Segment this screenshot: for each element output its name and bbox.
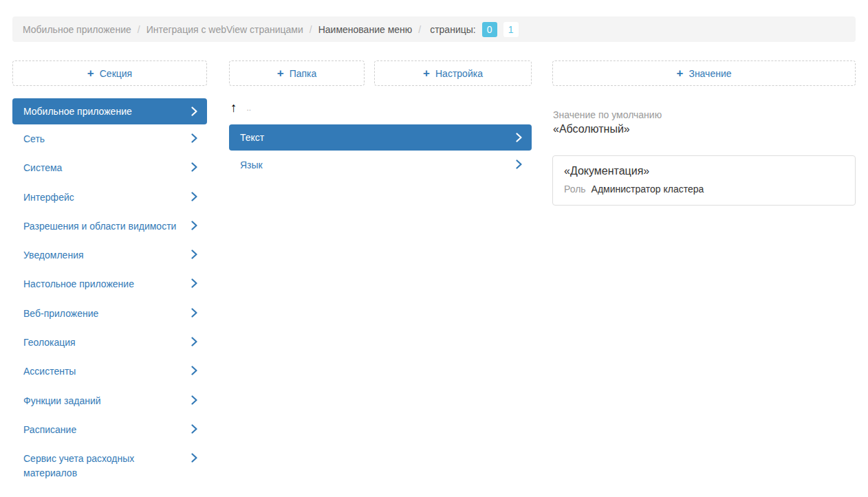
chevron-right-icon [191,162,197,172]
chevron-right-icon [191,366,197,375]
section-item-label: Интерфейс [23,190,74,204]
section-item-label: Геолокация [23,335,76,349]
breadcrumb-link-webview-integration[interactable]: Интеграция с webView страницами [147,24,303,35]
folder-item-label: Язык [240,158,263,172]
chevron-right-icon [191,133,197,143]
add-value-label: Значение [688,68,731,79]
chevron-right-icon [516,133,522,142]
breadcrumb-separator: / [138,24,140,35]
value-card-role-row: Роль Администратор кластера [564,184,844,195]
section-item-notifications[interactable]: Уведомления [12,241,207,269]
chevron-right-icon [191,337,197,346]
section-item-label: Разрешения и области видимости [23,219,176,233]
section-item-consumables-service[interactable]: Сервис учета расходных материалов [12,444,207,487]
section-item-web-app[interactable]: Веб-приложение [12,299,207,328]
section-item-task-functions[interactable]: Функции заданий [12,386,207,415]
add-value-button[interactable]: + Значение [552,60,856,86]
add-folder-label: Папка [290,68,317,79]
page-badge-1[interactable]: 1 [503,22,519,37]
plus-icon: + [423,67,430,79]
chevron-right-icon [191,221,197,230]
role-label: Роль [564,184,586,195]
add-setting-label: Настройка [435,68,483,79]
plus-icon: + [676,67,683,79]
section-item-label: Настольное приложение [23,277,134,291]
section-item-label: Сервис учета расходных материалов [23,452,186,480]
chevron-right-icon [191,192,197,201]
folders-column: + Папка + Настройка ↑ .. Текст Язык [229,60,532,179]
folder-item-text-selected[interactable]: Текст [229,124,532,151]
add-setting-button[interactable]: + Настройка [374,60,532,86]
folder-item-language[interactable]: Язык [229,151,532,179]
section-item-label: Система [23,161,62,175]
chevron-right-icon [191,250,197,259]
chevron-right-icon [191,107,197,116]
value-card-title: «Документация» [564,165,844,177]
breadcrumb-separator: / [418,24,421,35]
section-item-label: Уведомления [23,248,84,262]
chevron-right-icon [191,278,197,288]
folder-buttons-row: + Папка + Настройка [229,60,532,86]
section-item-label: Ассистенты [23,364,76,378]
role-value: Администратор кластера [592,184,704,195]
section-item-permissions[interactable]: Разрешения и области видимости [12,212,207,241]
folder-up-item[interactable]: ↑ .. [229,98,532,118]
plus-icon: + [277,67,284,79]
up-item-label: .. [247,103,252,113]
section-item-interface[interactable]: Интерфейс [12,183,207,212]
arrow-up-icon: ↑ [230,101,237,114]
section-item-desktop-app[interactable]: Настольное приложение [12,269,207,298]
sections-list: Мобильное приложение Сеть Система Интерф… [12,98,207,487]
breadcrumb-separator: / [310,24,312,35]
section-item-geolocation[interactable]: Геолокация [12,328,207,357]
pages-label: страницы: [430,24,476,35]
chevron-right-icon [191,395,197,405]
chevron-right-icon [516,159,522,169]
section-item-network[interactable]: Сеть [12,124,207,153]
section-item-label: Веб-приложение [23,307,98,320]
section-item-system[interactable]: Система [12,153,207,182]
page-badge-0[interactable]: 0 [482,22,497,37]
breadcrumb: Мобильное приложение / Интеграция с webV… [12,16,856,42]
add-folder-button[interactable]: + Папка [229,60,365,86]
chevron-right-icon [191,453,197,463]
breadcrumb-link-mobile-app[interactable]: Мобильное приложение [23,24,131,35]
section-item-label: Мобильное приложение [23,98,132,124]
add-section-button[interactable]: + Секция [12,60,207,86]
chevron-right-icon [191,308,197,318]
folder-item-label: Текст [240,124,264,151]
sections-column: + Секция Мобильное приложение Сеть Систе… [12,60,207,487]
add-section-label: Секция [100,68,132,79]
default-value-block: Значение по умолчанию «Абсолютный» [552,109,856,135]
value-card-documentation[interactable]: «Документация» Роль Администратор класте… [552,155,856,206]
three-column-layout: + Секция Мобильное приложение Сеть Систе… [12,60,856,487]
values-column: + Значение Значение по умолчанию «Абсолю… [552,60,856,206]
breadcrumb-current-menu-name: Наименование меню [318,24,413,35]
section-item-label: Функции заданий [23,394,101,408]
default-value-label: Значение по умолчанию [553,109,856,120]
section-item-label: Расписание [23,423,76,437]
plus-icon: + [87,67,94,79]
section-item-mobile-app-selected[interactable]: Мобильное приложение [12,98,207,124]
section-item-label: Сеть [23,132,45,146]
chevron-right-icon [191,424,197,434]
section-item-schedule[interactable]: Расписание [12,415,207,444]
default-value-text: «Абсолютный» [553,123,856,135]
section-item-assistants[interactable]: Ассистенты [12,357,207,386]
